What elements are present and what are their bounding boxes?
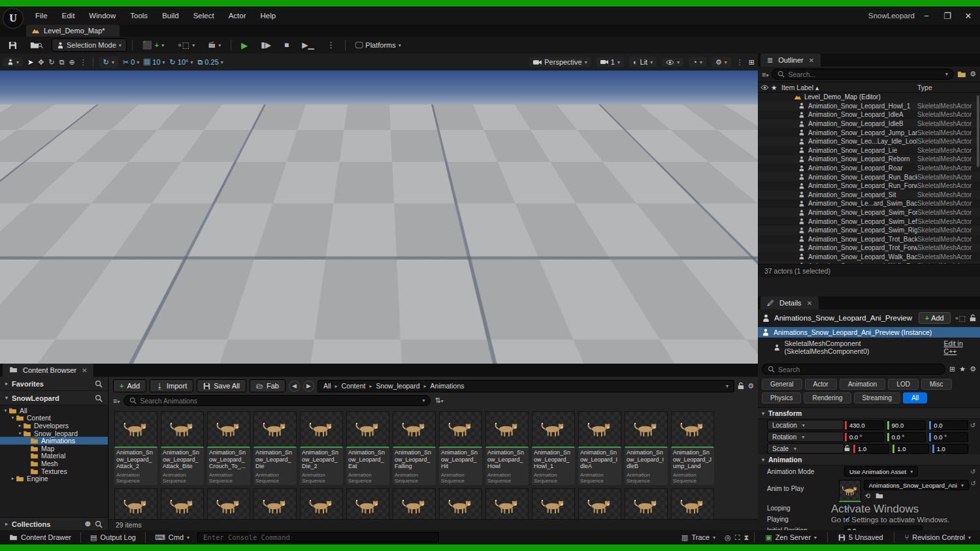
selected-leopard-actor[interactable] [157,260,229,303]
breadcrumb-all[interactable]: All [323,382,331,390]
leopard-actor[interactable] [105,174,155,204]
viewport-more-options[interactable]: ⋮ [736,58,743,67]
content-browser-icon[interactable] [25,39,48,51]
leopard-actor[interactable] [315,142,351,165]
asset-tile-partial[interactable] [671,488,714,519]
viewport-settings-dropdown[interactable]: ⚙▾ [711,57,731,68]
move-tool[interactable]: ✥ [38,58,44,67]
asset-tile[interactable]: Animation_Snow_Leopard_IdleBAnimation Se… [625,411,668,485]
stop-button[interactable]: ■ [280,39,293,52]
menu-select[interactable]: Select [187,10,221,22]
rotation-dropdown[interactable]: Rotation▾ [767,432,844,442]
outliner-row[interactable]: Animation_Snow_Leopard_Trot_ForwardSkele… [758,244,980,253]
outliner-row[interactable]: Animation_Snow_Leopard_Jump_LandSkeletal… [758,128,980,137]
outliner-row[interactable]: Animation_Snow_Leopard_Trot_BackwardSkel… [758,235,980,244]
blueprints-button[interactable]: ∘⬚▾ [172,39,199,52]
select-tool[interactable]: ➤ [27,58,33,67]
asset-tile[interactable]: Animation_Snow_Leopard_HowlAnimation Seq… [485,411,529,485]
details-display-icon[interactable]: ⊞ [949,365,955,373]
details-favorites-icon[interactable]: ★ [959,365,966,373]
outliner-row[interactable]: Animation_Snow_Leopard_Swim_RightSkeleta… [758,226,980,235]
outliner-row[interactable]: Animation_Snow_Le...ard_Swim_BackwardSke… [758,199,980,208]
location-axis-field[interactable]: 90.0 [887,420,926,430]
cinematics-button[interactable]: 🎬︎▾ [203,39,225,52]
folder-content[interactable]: ▾Content [0,415,108,422]
outliner-column-header[interactable]: ★ Item Label ▴ Type [758,82,980,93]
camera-speed-dropdown[interactable]: 1▾ [596,57,624,67]
outliner-row[interactable]: Animation_Snow_Leopard_Howl_1SkeletalMes… [758,102,980,111]
leopard-actor[interactable] [434,141,471,163]
leopard-actor[interactable] [410,198,464,230]
anim-asset-reset-icon[interactable]: ↺ [969,480,977,487]
folder-snow_leopard[interactable]: ▾Snow_leopard [0,430,108,437]
outliner-row[interactable]: Animation_Snow_Leopard_SitSkeletalMeshAc… [758,191,980,200]
project-search-icon[interactable] [95,394,103,402]
outliner-row[interactable]: Animation_Snow_Leopard_RoarSkeletalMeshA… [758,164,980,173]
use-selected-asset-icon[interactable]: ⟲ [865,492,870,500]
trace-dropdown[interactable]: ▥Trace▾ [676,532,721,543]
leopard-actor[interactable] [346,296,440,352]
cb-filter-icon[interactable]: ≡▾ [113,397,120,405]
anim-asset-thumbnail[interactable] [839,480,861,502]
asset-tile-partial[interactable] [114,488,157,519]
blueprint-convert-icon[interactable]: ∘⬚ [955,314,966,323]
leopard-actor[interactable] [367,120,400,140]
selection-mode-dropdown[interactable]: Selection Mode▾ [52,39,127,52]
asset-tile-partial[interactable] [625,488,668,519]
edit-in-cpp-link[interactable]: Edit in C++ [944,339,976,355]
rotation-axis-field[interactable]: 0.0 ° [887,432,926,442]
outliner-close-icon[interactable]: ✕ [809,57,814,64]
menu-window[interactable]: Window [82,10,122,22]
folder-mesh[interactable]: Mesh [0,460,108,467]
leopard-actor[interactable] [487,128,522,150]
outliner-row[interactable]: Animation_Snow_Leopard_IdleASkeletalMesh… [758,110,980,119]
close-button[interactable]: ✕ [959,11,977,21]
zen-server-dropdown[interactable]: ▣Zen Server▾ [760,532,822,543]
leopard-actor[interactable] [196,146,234,170]
asset-tile[interactable]: Animation_Snow_Leopard_Howl_1Animation S… [532,411,575,485]
breadcrumb-animations[interactable]: Animations [431,382,465,390]
details-close-icon[interactable]: ✕ [807,300,812,307]
folder-all[interactable]: ▾All [0,407,108,415]
asset-tile[interactable]: Animation_Snow_Leopard_Attack_BiteAnimat… [161,411,204,485]
add-actor-button[interactable]: ⬛+▾ [138,39,169,52]
details-filter-general[interactable]: General [762,379,802,390]
quad-view-toggle[interactable]: ⊞ [749,58,755,67]
leopard-actor[interactable] [208,191,258,221]
background-tasks-icon[interactable]: ⧗ [744,533,749,542]
leopard-actor[interactable] [489,228,551,266]
asset-tile-partial[interactable] [439,488,482,519]
folder-textures[interactable]: Textures [0,467,108,475]
asset-tile[interactable]: Animation_Snow_Leopard_EatAnimation Sequ… [346,411,389,485]
outliner-row[interactable]: Animation_Snow_Leopard_Run_ForwardSkelet… [758,181,980,191]
asset-tile[interactable]: Animation_Snow_Leopard_Jump_LandAnimatio… [671,411,714,485]
rotate-tool[interactable]: ↻ [48,58,54,67]
scale-axis-field[interactable]: 1.0 [932,444,968,454]
animation-section-header[interactable]: ▾Animation [758,454,980,465]
feedback-icon[interactable]: ◎ [725,533,731,542]
folder-material[interactable]: Material [0,452,108,460]
asset-tile[interactable]: Animation_Snow_Leopard_DieAnimation Sequ… [253,411,297,485]
surface-snapping-dropdown[interactable]: ↻▾ [99,57,118,68]
asset-tile-partial[interactable] [346,488,389,519]
breadcrumb-snow_leopard[interactable]: Snow_leopard [376,382,419,390]
cb-save-all-button[interactable]: Save All [197,379,246,392]
viewport-options-dropdown[interactable]: ▾ [3,57,23,67]
perspective-dropdown[interactable]: Perspective▾ [529,57,591,67]
location-axis-field[interactable]: 0.0 [928,420,968,430]
playing-checkbox[interactable] [844,516,851,523]
view-mode-dropdown[interactable]: ◐Lit▾ [629,57,657,67]
content-browser-close-icon[interactable]: ✕ [82,367,87,374]
details-filter-all[interactable]: All [903,392,927,403]
scale-axis-field[interactable]: 1.0 [892,444,928,454]
asset-tile-partial[interactable] [532,488,575,519]
add-component-button[interactable]: +Add [919,312,951,324]
outliner-row[interactable]: Animation_Snow_Leopard_Run_BackwardSkele… [758,172,980,181]
menu-build[interactable]: Build [155,10,186,22]
menu-help[interactable]: Help [254,10,283,22]
outliner-row[interactable]: Animation_Snow_Leopard_Swim_ForwardSkele… [758,208,980,217]
favorites-search-icon[interactable] [95,380,103,388]
leopard-actor[interactable] [276,145,314,168]
cb-lock-icon[interactable] [738,382,744,390]
scale-dropdown[interactable]: Scale▾ [767,443,844,454]
